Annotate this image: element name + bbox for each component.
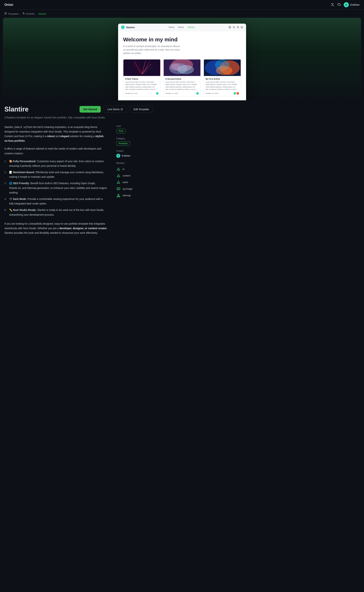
browser-logo — [121, 26, 125, 29]
feature-item-4: 4. 🖤 Dark Mode: Provide a comfortable vi… — [4, 197, 108, 206]
breadcrumb-sep-1: › — [20, 13, 21, 15]
closing-para: If you are looking for a beautifully des… — [4, 222, 108, 235]
browser-bar: Slantire Home About Articles — [118, 24, 246, 31]
creator-avatar: E — [116, 154, 120, 158]
live-demo-label: Live Demo — [108, 108, 120, 111]
module-ui-icon — [116, 167, 121, 171]
browser-card-3: My First Article Lorem ipsum dolor sit a… — [204, 59, 241, 97]
logo: Orion — [4, 3, 13, 7]
card-img-1 — [124, 60, 160, 76]
mini-avatar-2 — [196, 92, 199, 95]
og-image-icon — [117, 187, 120, 191]
browser-cards: A New Theme Lorem ipsum dolor sit amet, … — [123, 59, 241, 97]
module-ui-name: ui — [123, 168, 124, 170]
svg-point-26 — [216, 66, 232, 75]
twitter-icon[interactable] — [331, 3, 334, 7]
svg-rect-37 — [117, 196, 118, 197]
module-content-icon — [116, 174, 121, 178]
module-ui: ui — [116, 167, 153, 171]
template-tagline: A flawless template for an elegant, hass… — [4, 116, 153, 119]
creator-label: Creator — [116, 150, 153, 152]
hero-preview: Slantire Home About Articles Welcome in … — [3, 18, 361, 100]
browser-card-1: A New Theme Lorem ipsum dolor sit amet, … — [123, 59, 161, 97]
mini-avatar-3a — [234, 92, 236, 95]
card-footer-3: October 22, 2023 — [206, 92, 239, 95]
get-started-button[interactable]: Get Started — [79, 106, 101, 113]
nav-home: Home — [169, 26, 174, 28]
card-footer-2: October 24, 2023 — [165, 92, 199, 95]
svg-marker-30 — [117, 174, 120, 177]
nuxt-content-icon — [117, 174, 120, 178]
card-text-3: Lorem ipsum dolor sit amet, consectetur … — [206, 81, 239, 91]
module-sitemap: sitemap — [116, 193, 153, 198]
edit-template-button[interactable]: Edit Template — [130, 106, 153, 113]
category-badge[interactable]: Portfolio — [116, 141, 130, 146]
card-img-3 — [204, 60, 241, 76]
browser-body: Welcome in my mind In a world of constan… — [118, 31, 246, 100]
two-col-layout: Slantire, [slan.ti.ˈɹɛ] from the Na'Vi m… — [4, 125, 153, 241]
browser-welcome-subtitle: In a world of constant acceleration, it'… — [123, 45, 182, 55]
main-content: Slantire Get Started Live Demo Edit Temp… — [0, 100, 157, 246]
desc-p2: It offers a range of features tailored t… — [4, 147, 108, 156]
module-sitemap-icon — [116, 193, 121, 198]
template-header: Slantire Get Started Live Demo Edit Temp… — [4, 105, 153, 113]
live-demo-button[interactable]: Live Demo — [104, 106, 127, 113]
svg-rect-36 — [118, 194, 119, 195]
user-avatar[interactable]: E Estéban — [344, 2, 360, 7]
header-actions: E Estéban — [331, 2, 360, 7]
header: Orion E Estéban — [0, 0, 364, 10]
breadcrumb-templates[interactable]: Templates — [4, 12, 19, 15]
breadcrumb-sep-2: › — [36, 13, 37, 15]
module-og-icon — [116, 187, 121, 191]
browser-mockup: Slantire Home About Articles Welcome in … — [118, 24, 246, 100]
user-name: Estéban — [350, 3, 360, 6]
feature-list: 1. 🎨 Fully Personalized: Customize every… — [4, 159, 108, 217]
card-date-1: October 26, 2023 — [125, 93, 138, 94]
globe-icon — [228, 26, 231, 28]
github-icon[interactable] — [337, 3, 341, 7]
category-label: Category — [116, 137, 153, 140]
module-og-image: og-image — [116, 187, 153, 191]
module-eslint: eslint — [116, 180, 153, 185]
card-title-1: A New Theme — [125, 78, 158, 80]
card-text-1: Lorem ipsum dolor sit amet, consectetur … — [125, 81, 158, 91]
nav-about: About — [178, 26, 184, 28]
tag-icon — [22, 12, 25, 15]
mini-avatar-1 — [156, 92, 158, 95]
svg-marker-28 — [117, 168, 120, 170]
browser-nav: Home About Articles — [169, 26, 195, 28]
card-date-2: October 24, 2023 — [165, 93, 178, 94]
card-footer-1: October 26, 2023 — [125, 92, 158, 95]
desc-p1: Slantire, [slan.ti.ˈɹɛ] from the Na'Vi m… — [4, 125, 108, 143]
svg-rect-3 — [124, 60, 160, 76]
browser-brand: Slantire — [121, 26, 135, 29]
card-title-2: A Second Article — [165, 78, 199, 80]
breadcrumb-templates-link[interactable]: Templates — [8, 13, 19, 15]
gh-icon — [237, 26, 239, 28]
svg-rect-38 — [118, 196, 119, 197]
card-img-2 — [164, 60, 201, 76]
feature-item-5: 5. ✏️ Nuxt Studio Ready: Slantire is rea… — [4, 208, 108, 217]
module-content-name: content — [123, 174, 130, 177]
creator-row: E Estéban — [116, 154, 153, 158]
browser-welcome-title: Welcome in my mind — [123, 36, 241, 43]
browser-brand-name: Slantire — [126, 26, 135, 29]
card-avatars-3 — [234, 92, 239, 95]
modules-label: Modules — [116, 162, 153, 164]
avatar: E — [344, 2, 349, 7]
svg-point-21 — [169, 63, 180, 70]
breadcrumb-portfolio-link[interactable]: Portfolio — [26, 13, 35, 15]
browser-nav-icons — [228, 26, 243, 28]
svg-point-2 — [241, 27, 242, 28]
modules-section: Modules ui — [116, 162, 153, 198]
breadcrumb-portfolio[interactable]: Portfolio — [22, 12, 35, 15]
breadcrumb: Templates › Portfolio › Slantire — [0, 10, 364, 18]
cost-badge: Free — [116, 129, 126, 133]
mini-avatar-3b — [236, 92, 239, 95]
card-avatars-1 — [156, 92, 158, 95]
svg-marker-32 — [117, 181, 120, 183]
description-block: Slantire, [slan.ti.ˈɹɛ] from the Na'Vi m… — [4, 125, 108, 235]
templates-icon — [4, 12, 7, 15]
module-eslint-name: eslint — [123, 181, 128, 184]
template-title: Slantire — [4, 105, 77, 113]
